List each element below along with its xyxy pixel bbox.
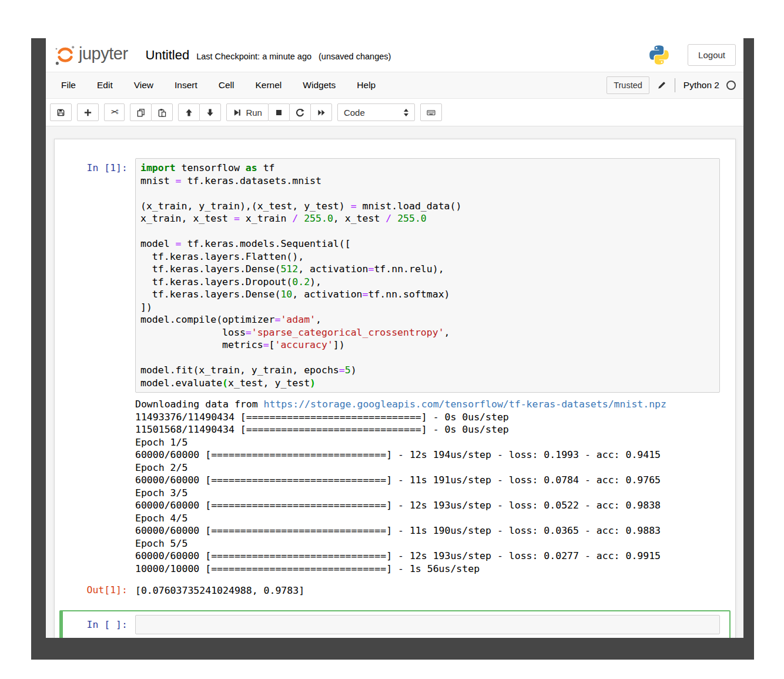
code-line: (x_train, y_train),(x_test, y_test) = mn… bbox=[140, 200, 715, 213]
output-prompt: Out[1]: bbox=[63, 583, 135, 597]
interrupt-kernel-button[interactable] bbox=[268, 103, 290, 121]
menu-item-widgets[interactable]: Widgets bbox=[295, 75, 343, 96]
restart-kernel-button[interactable] bbox=[289, 103, 311, 121]
code-line: mnist = tf.keras.datasets.mnist bbox=[140, 175, 715, 188]
empty-code-editor[interactable] bbox=[135, 615, 720, 635]
menu-item-kernel[interactable]: Kernel bbox=[248, 75, 290, 96]
output-line: Epoch 3/5 bbox=[135, 487, 720, 500]
notebook-container: In [1]: import tensorflow as tfmnist = t… bbox=[54, 139, 736, 638]
run-cell-button[interactable]: Run bbox=[226, 103, 269, 121]
code-line: model.compile(optimizer='adam', bbox=[140, 313, 715, 326]
pencil-icon[interactable] bbox=[656, 81, 666, 91]
jupyter-logo[interactable]: jupyter bbox=[53, 44, 128, 67]
fast-forward-icon bbox=[317, 108, 326, 117]
code-line: metrics=['accuracy']) bbox=[140, 339, 715, 352]
cut-cell-button[interactable]: ✂ bbox=[104, 103, 125, 121]
kernel-idle-icon bbox=[726, 81, 736, 90]
stream-output-row: Downloading data from https://storage.go… bbox=[63, 398, 720, 575]
jupyter-logo-icon bbox=[53, 44, 77, 67]
restart-icon bbox=[296, 108, 304, 117]
header-right: Logout bbox=[648, 44, 736, 66]
cell-type-select[interactable]: Code bbox=[337, 103, 415, 121]
notebook-header: jupyter Untitled Last Checkpoint: a minu… bbox=[46, 38, 743, 72]
copy-icon bbox=[136, 108, 145, 117]
code-line: x_train, x_test = x_train / 255.0, x_tes… bbox=[140, 212, 715, 225]
result-output-text: [0.07603735241024988, 0.9783] bbox=[135, 583, 720, 597]
kernel-divider bbox=[675, 78, 675, 92]
output-line: 60000/60000 [===========================… bbox=[135, 550, 720, 563]
output-line: 60000/60000 [===========================… bbox=[135, 499, 720, 512]
code-line: import tensorflow as tf bbox=[140, 162, 715, 175]
output-line: 10000/10000 [===========================… bbox=[135, 563, 720, 576]
unsaved-changes-status: (unsaved changes) bbox=[319, 52, 391, 61]
code-line: tf.keras.layers.Flatten(), bbox=[140, 250, 715, 263]
stream-output-text: Downloading data from https://storage.go… bbox=[135, 398, 720, 575]
jupyter-wordmark: jupyter bbox=[79, 44, 128, 63]
code-line: model.fit(x_train, y_train, epochs=5) bbox=[140, 364, 715, 377]
notebook-scroll-area[interactable]: In [1]: import tensorflow as tfmnist = t… bbox=[46, 126, 743, 638]
output-prompt-spacer bbox=[63, 398, 135, 575]
fast-forward-button[interactable] bbox=[310, 103, 332, 121]
code-line bbox=[140, 618, 715, 631]
output-line: 60000/60000 [===========================… bbox=[135, 524, 720, 537]
output-line: 11501568/11490434 [=====================… bbox=[135, 423, 720, 436]
code-editor[interactable]: import tensorflow as tfmnist = tf.keras.… bbox=[135, 158, 720, 393]
menu-item-view[interactable]: View bbox=[126, 75, 161, 96]
input-prompt: In [1]: bbox=[63, 158, 135, 393]
result-output-row: Out[1]: [0.07603735241024988, 0.9783] bbox=[63, 583, 720, 597]
code-line: model.evaluate(x_test, y_test) bbox=[140, 377, 715, 390]
notebook-window: jupyter Untitled Last Checkpoint: a minu… bbox=[46, 38, 743, 638]
output-line: 60000/60000 [===========================… bbox=[135, 449, 720, 461]
input-prompt: In [ ]: bbox=[63, 615, 135, 635]
paste-icon bbox=[158, 108, 166, 117]
code-cell: In [1]: import tensorflow as tfmnist = t… bbox=[59, 153, 731, 602]
output-line: Epoch 5/5 bbox=[135, 537, 720, 550]
select-carets-icon bbox=[404, 109, 408, 116]
output-line: Downloading data from https://storage.go… bbox=[135, 398, 720, 411]
code-line: tf.keras.layers.Dropout(0.2), bbox=[140, 276, 715, 289]
notebook-title[interactable]: Untitled bbox=[146, 48, 190, 63]
kernel-name: Python 2 bbox=[684, 80, 719, 91]
checkpoint-status: Last Checkpoint: a minute ago bbox=[196, 52, 311, 61]
trusted-badge[interactable]: Trusted bbox=[607, 76, 649, 94]
cell-input-row: In [1]: import tensorflow as tfmnist = t… bbox=[63, 158, 720, 393]
menu-item-file[interactable]: File bbox=[53, 75, 83, 96]
title-area: Untitled Last Checkpoint: a minute ago (… bbox=[146, 48, 391, 63]
code-line: ]) bbox=[140, 301, 715, 314]
menu-items: FileEditViewInsertCellKernelWidgetsHelp bbox=[53, 75, 383, 96]
save-button[interactable] bbox=[50, 103, 72, 121]
menubar-right: Trusted Python 2 bbox=[607, 76, 736, 94]
menu-item-cell[interactable]: Cell bbox=[211, 75, 242, 96]
stop-icon bbox=[274, 108, 283, 117]
insert-cell-below-button[interactable] bbox=[77, 103, 99, 121]
move-cell-down-button[interactable] bbox=[199, 103, 221, 121]
plus-icon bbox=[83, 108, 92, 117]
logout-button[interactable]: Logout bbox=[688, 44, 736, 66]
keyboard-icon bbox=[427, 108, 435, 117]
toolbar: ✂ bbox=[46, 99, 743, 126]
code-line bbox=[140, 352, 715, 364]
output-line: Epoch 1/5 bbox=[135, 436, 720, 449]
empty-cell-selected[interactable]: In [ ]: bbox=[59, 610, 731, 638]
output-line: Epoch 4/5 bbox=[135, 512, 720, 525]
step-forward-icon bbox=[233, 108, 242, 117]
output-line: 60000/60000 [===========================… bbox=[135, 474, 720, 487]
paste-cell-button[interactable] bbox=[151, 103, 173, 121]
menu-item-help[interactable]: Help bbox=[349, 75, 383, 96]
arrow-down-icon bbox=[206, 108, 215, 117]
menu-item-insert[interactable]: Insert bbox=[167, 75, 205, 96]
code-line: loss='sparse_categorical_crossentropy', bbox=[140, 326, 715, 339]
menu-item-edit[interactable]: Edit bbox=[89, 75, 120, 96]
cell-type-value: Code bbox=[344, 108, 365, 118]
scissors-icon: ✂ bbox=[110, 108, 118, 117]
window-frame: jupyter Untitled Last Checkpoint: a minu… bbox=[31, 38, 754, 660]
copy-cell-button[interactable] bbox=[130, 103, 152, 121]
arrow-up-icon bbox=[185, 108, 193, 117]
python-logo-icon bbox=[648, 44, 670, 66]
output-line: 11493376/11490434 [=====================… bbox=[135, 411, 720, 424]
output-link[interactable]: https://storage.googleapis.com/tensorflo… bbox=[264, 399, 666, 410]
code-line bbox=[140, 187, 715, 200]
move-cell-up-button[interactable] bbox=[178, 103, 200, 121]
menubar: FileEditViewInsertCellKernelWidgetsHelp … bbox=[46, 72, 743, 99]
command-palette-button[interactable] bbox=[420, 103, 442, 121]
